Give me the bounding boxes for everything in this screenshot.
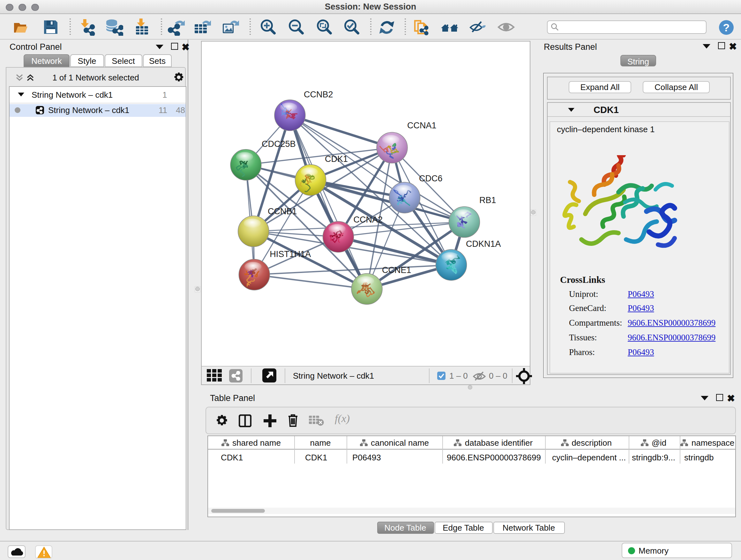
svg-text:HIST1H1A: HIST1H1A [270,249,311,259]
svg-text:CDC6: CDC6 [419,173,443,183]
svg-text:RB1: RB1 [479,195,496,205]
svg-text:CCNB2: CCNB2 [304,89,333,99]
svg-text:CCNA1: CCNA1 [407,120,436,130]
svg-text:CDK1: CDK1 [325,154,348,164]
svg-text:?: ? [723,21,730,33]
svg-text:CCNE1: CCNE1 [382,265,411,274]
svg-text:CCNB1: CCNB1 [268,206,297,216]
svg-text:CDKN1A: CDKN1A [466,239,501,248]
svg-text:CDC25B: CDC25B [262,139,296,148]
svg-text:CCNA2: CCNA2 [353,214,383,224]
